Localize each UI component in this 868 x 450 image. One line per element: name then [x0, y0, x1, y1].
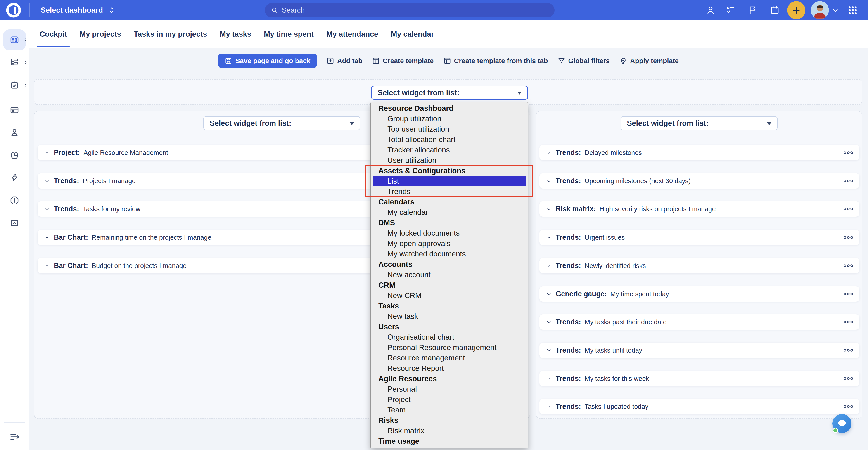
- widget-menu-icon[interactable]: [843, 376, 854, 382]
- tab-my-calendar[interactable]: My calendar: [391, 20, 434, 48]
- dropdown-option-my-locked-documents[interactable]: My locked documents: [371, 228, 528, 238]
- sidebar-item-users-icon[interactable]: [9, 127, 20, 137]
- sidebar-item-activity-bolt-icon[interactable]: [9, 172, 20, 183]
- dropdown-option-trends[interactable]: Trends: [371, 186, 528, 197]
- tab-my-tasks[interactable]: My tasks: [220, 20, 251, 48]
- sidebar-chevron-right-icon[interactable]: [23, 37, 29, 43]
- dropdown-option-risk-matrix[interactable]: Risk matrix: [371, 425, 528, 436]
- widget-row[interactable]: Trends:Upcoming milestones (next 30 days…: [539, 173, 859, 189]
- tab-my-projects[interactable]: My projects: [80, 20, 121, 48]
- dropdown-option-new-crm[interactable]: New CRM: [371, 290, 528, 301]
- collapse-chevron-icon[interactable]: [546, 404, 552, 410]
- sidebar-item-archive-box-icon[interactable]: [9, 218, 20, 228]
- dropdown-option-user-utilization[interactable]: User utilization: [371, 155, 528, 165]
- widget-row[interactable]: Trends:My tasks past their due date: [539, 314, 859, 330]
- dropdown-option-list[interactable]: List: [373, 176, 526, 186]
- collapse-chevron-icon[interactable]: [546, 178, 552, 184]
- widget-row[interactable]: Trends:Tasks I updated today: [539, 399, 859, 414]
- caret-down-icon: [349, 122, 354, 125]
- collapse-chevron-icon[interactable]: [546, 375, 552, 382]
- dropdown-option-personal-resource-management[interactable]: Personal Resource management: [371, 342, 528, 353]
- widget-menu-icon[interactable]: [843, 263, 854, 269]
- dropdown-option-group-utilization[interactable]: Group utilization: [371, 114, 528, 124]
- dropdown-option-my-open-approvals[interactable]: My open approvals: [371, 238, 528, 249]
- sidebar-item-tasks-clipboard-icon[interactable]: [9, 80, 20, 90]
- collapse-chevron-icon[interactable]: [44, 150, 50, 156]
- user-icon[interactable]: [706, 5, 716, 15]
- collapse-chevron-icon[interactable]: [546, 206, 552, 212]
- dropdown-option-organisational-chart[interactable]: Organisational chart: [371, 332, 528, 342]
- dropdown-option-my-calendar[interactable]: My calendar: [371, 207, 528, 218]
- widget-menu-icon[interactable]: [843, 319, 854, 325]
- sidebar-chevron-right-icon[interactable]: [23, 82, 29, 88]
- collapse-chevron-icon[interactable]: [44, 234, 50, 240]
- search-input[interactable]: [282, 6, 549, 14]
- collapse-chevron-icon[interactable]: [44, 206, 50, 212]
- dropdown-option-new-task[interactable]: New task: [371, 311, 528, 322]
- widget-row[interactable]: Trends:My tasks until today: [539, 343, 859, 358]
- global-search[interactable]: [265, 3, 555, 18]
- widget-menu-icon[interactable]: [843, 234, 854, 240]
- avatar[interactable]: [811, 1, 829, 19]
- tab-tasks-in-my-projects[interactable]: Tasks in my projects: [134, 20, 207, 48]
- apply-template-button[interactable]: Apply template: [619, 57, 679, 65]
- collapse-chevron-icon[interactable]: [546, 262, 552, 269]
- widget-row[interactable]: Trends:Newly identified risks: [539, 258, 859, 274]
- calendar-icon[interactable]: [770, 5, 780, 15]
- widget-menu-icon[interactable]: [843, 178, 854, 184]
- checklist-icon[interactable]: [726, 5, 736, 15]
- left-column-widget-select[interactable]: Select widget from list:: [203, 116, 360, 130]
- widget-menu-icon[interactable]: [843, 347, 854, 353]
- dropdown-option-my-watched-documents[interactable]: My watched documents: [371, 249, 528, 259]
- sidebar-item-alerts-octagon-icon[interactable]: [9, 195, 20, 205]
- dropdown-option-resource-management[interactable]: Resource management: [371, 353, 528, 363]
- collapse-chevron-icon[interactable]: [546, 150, 552, 156]
- sidebar-item-time-clock-icon[interactable]: [9, 150, 20, 160]
- dropdown-option-personal[interactable]: Personal: [371, 384, 528, 394]
- save-page-button[interactable]: Save page and go back: [218, 54, 317, 68]
- widget-menu-icon[interactable]: [843, 404, 854, 410]
- tab-cockpit[interactable]: Cockpit: [39, 20, 67, 48]
- collapse-chevron-icon[interactable]: [546, 347, 552, 353]
- quick-add-button[interactable]: [787, 1, 805, 19]
- sort-arrows-icon: [107, 6, 116, 14]
- dashboard-selector[interactable]: Select dashboard: [41, 0, 116, 20]
- global-filters-button[interactable]: Global filters: [557, 57, 610, 65]
- dropdown-option-team[interactable]: Team: [371, 405, 528, 415]
- dropdown-option-total-allocation-chart[interactable]: Total allocation chart: [371, 134, 528, 145]
- add-tab-button[interactable]: Add tab: [327, 57, 363, 65]
- sidebar-chevron-right-icon[interactable]: [23, 60, 29, 65]
- sidebar-item-widgets-panel-icon[interactable]: [9, 105, 20, 115]
- collapse-chevron-icon[interactable]: [546, 291, 552, 297]
- widget-menu-icon[interactable]: [843, 206, 854, 212]
- tab-my-time-spent[interactable]: My time spent: [264, 20, 314, 48]
- flag-icon[interactable]: [748, 5, 757, 15]
- collapse-chevron-icon[interactable]: [546, 319, 552, 325]
- dropdown-option-new-account[interactable]: New account: [371, 269, 528, 280]
- caret-down-icon: [767, 122, 772, 125]
- dropdown-option-top-user-utilization[interactable]: Top user utilization: [371, 124, 528, 134]
- widget-menu-icon[interactable]: [843, 150, 854, 156]
- chevron-down-icon[interactable]: [831, 6, 839, 14]
- collapse-chevron-icon[interactable]: [44, 178, 50, 184]
- dropdown-option-tracker-allocations[interactable]: Tracker allocations: [371, 145, 528, 155]
- widget-row[interactable]: Generic gauge:My time spent today: [539, 286, 859, 302]
- right-column-widget-select[interactable]: Select widget from list:: [621, 116, 778, 130]
- collapse-chevron-icon[interactable]: [546, 234, 552, 240]
- widget-row[interactable]: Trends:My tasks for this week: [539, 371, 859, 386]
- sidebar-item-dashboard-icon[interactable]: [9, 35, 20, 45]
- dropdown-option-project[interactable]: Project: [371, 394, 528, 405]
- sidebar-item-projects-tree-icon[interactable]: [9, 58, 20, 67]
- tab-my-attendance[interactable]: My attendance: [327, 20, 378, 48]
- widget-menu-icon[interactable]: [843, 291, 854, 297]
- widget-row[interactable]: Risk matrix:High severity risks on proje…: [539, 201, 859, 217]
- apps-grid-icon[interactable]: [848, 5, 858, 15]
- create-template-button[interactable]: Create template: [372, 57, 434, 65]
- expand-sidebar-icon[interactable]: [9, 431, 20, 442]
- dropdown-option-resource-report[interactable]: Resource Report: [371, 363, 528, 374]
- widget-row[interactable]: Trends:Urgent issues: [539, 230, 859, 245]
- top-widget-select-open[interactable]: Select widget from list:: [371, 86, 528, 100]
- collapse-chevron-icon[interactable]: [44, 262, 50, 269]
- widget-row[interactable]: Trends:Delayed milestones: [539, 145, 859, 160]
- create-template-tab-button[interactable]: Create template from this tab: [443, 57, 548, 65]
